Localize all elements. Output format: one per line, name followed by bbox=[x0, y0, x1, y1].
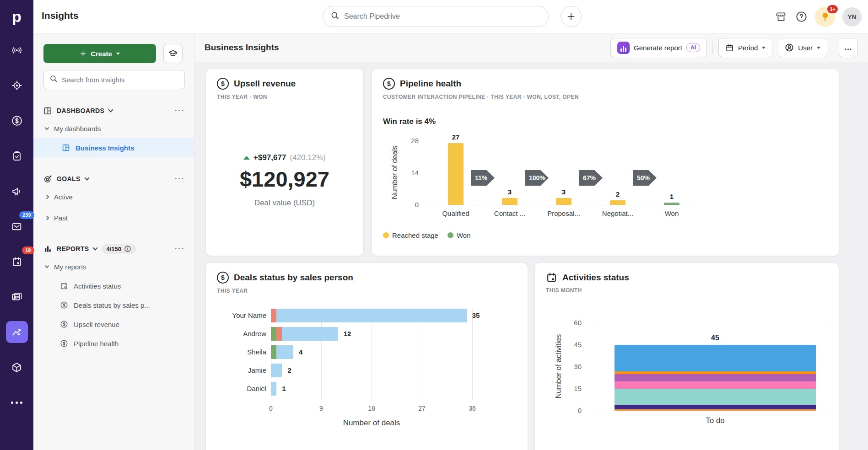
sidebar-item-business-insights[interactable]: Business Insights bbox=[33, 138, 194, 157]
contacts-icon[interactable] bbox=[6, 286, 28, 308]
card-title[interactable]: Deals status by sales person bbox=[234, 273, 353, 283]
create-button[interactable]: Create bbox=[43, 44, 156, 63]
pipedrive-logo[interactable]: p bbox=[0, 0, 33, 33]
bar-total: 4 bbox=[299, 345, 302, 359]
x-category-label: Proposal... bbox=[537, 209, 591, 217]
goals-menu-icon[interactable]: ··· bbox=[175, 175, 185, 183]
sidebar-item-upsell-revenue[interactable]: Upsell revenue bbox=[43, 315, 185, 334]
sidebar-item-deals-status[interactable]: Deals status by sales p... bbox=[43, 295, 185, 315]
academy-button[interactable] bbox=[163, 44, 183, 63]
x-tick: 0 bbox=[262, 405, 280, 412]
currency-icon: $ bbox=[217, 78, 229, 90]
card-filters: THIS YEAR · WON bbox=[217, 94, 352, 100]
kpi-caption: Deal value (USD) bbox=[217, 198, 352, 208]
card-title[interactable]: Pipeline health bbox=[400, 79, 461, 89]
card-title[interactable]: Activities status bbox=[562, 273, 629, 283]
y-axis-label: Number of activities bbox=[555, 330, 563, 403]
bar-total: 35 bbox=[472, 309, 480, 322]
x-tick: 27 bbox=[413, 405, 431, 412]
funnel-bar-Negotiat...[interactable] bbox=[610, 200, 625, 205]
stack-segment[interactable] bbox=[615, 345, 816, 371]
funnel-bar-Qualified[interactable] bbox=[448, 143, 464, 205]
card-activities-status: Activities status THIS MONTH Number of a… bbox=[534, 262, 839, 450]
stack-segment[interactable] bbox=[615, 381, 816, 389]
funnel-bar-Proposal...[interactable] bbox=[556, 198, 571, 205]
my-dashboards-group[interactable]: My dashboards bbox=[43, 119, 185, 138]
avatar[interactable]: YN bbox=[842, 7, 862, 27]
reports-label: REPORTS bbox=[57, 245, 89, 252]
bar-total: 1 bbox=[282, 382, 286, 396]
x-tick: 36 bbox=[463, 405, 481, 412]
deals-currency-icon[interactable] bbox=[6, 110, 28, 132]
reports-count-pill[interactable]: 4/150 bbox=[102, 244, 136, 254]
currency-icon bbox=[60, 301, 68, 309]
insights-search[interactable] bbox=[43, 70, 185, 89]
mail-icon[interactable]: 239 bbox=[6, 215, 28, 237]
x-axis-label: Number of deals bbox=[271, 418, 472, 428]
rail-more-icon[interactable] bbox=[6, 391, 28, 413]
deals-bar-Jamie[interactable] bbox=[271, 364, 282, 377]
card-title[interactable]: Upsell revenue bbox=[234, 79, 296, 89]
topbar: Insights 1+ YN bbox=[33, 0, 868, 33]
suggestions-bulb-icon[interactable]: 1+ bbox=[815, 7, 835, 27]
search-icon bbox=[49, 75, 58, 85]
help-icon[interactable] bbox=[795, 11, 808, 23]
goals-active-group[interactable]: Active bbox=[43, 187, 185, 206]
bar-segment bbox=[271, 382, 276, 396]
x-category-label: Negotiat... bbox=[591, 209, 645, 217]
my-dashboards-label: My dashboards bbox=[54, 125, 101, 133]
clipboard-check-icon[interactable] bbox=[6, 145, 28, 167]
deals-bar-Andrew[interactable] bbox=[271, 327, 338, 341]
sidebar-item-activities-status[interactable]: Activities status bbox=[43, 276, 185, 295]
my-reports-group[interactable]: My reports bbox=[43, 257, 185, 276]
dashboards-menu-icon[interactable]: ··· bbox=[175, 107, 185, 115]
gridline bbox=[429, 173, 699, 173]
legend-item-won[interactable]: Won bbox=[447, 231, 471, 239]
stack-segment[interactable] bbox=[615, 374, 816, 381]
gridline bbox=[592, 323, 830, 323]
deals-bar-Daniel[interactable] bbox=[271, 382, 276, 396]
section-reports[interactable]: REPORTS 4/150 ··· bbox=[43, 242, 185, 255]
sidebar-item-pipeline-health[interactable]: Pipeline health bbox=[43, 334, 185, 353]
bar-segment bbox=[271, 345, 276, 359]
goals-past-group[interactable]: Past bbox=[43, 208, 185, 227]
broadcast-icon[interactable] bbox=[6, 39, 28, 61]
global-search-input[interactable] bbox=[344, 12, 541, 21]
legend-item-reached-stage[interactable]: Reached stage bbox=[383, 231, 438, 239]
crosshair-icon[interactable] bbox=[6, 75, 28, 96]
quick-add-button[interactable] bbox=[561, 6, 582, 27]
section-dashboards[interactable]: DASHBOARDS ··· bbox=[43, 104, 185, 117]
dashboards-label: DASHBOARDS bbox=[57, 107, 104, 114]
gridline bbox=[372, 309, 372, 400]
gridline bbox=[592, 411, 830, 411]
info-icon bbox=[124, 245, 131, 252]
dashboard-more-button[interactable]: ... bbox=[839, 38, 858, 57]
section-goals[interactable]: GOALS ··· bbox=[43, 172, 185, 185]
megaphone-icon[interactable] bbox=[6, 180, 28, 202]
marketplace-icon[interactable] bbox=[775, 11, 787, 23]
insights-search-input[interactable] bbox=[62, 76, 179, 84]
calendar-icon[interactable]: 19 bbox=[6, 251, 28, 273]
stack-segment[interactable] bbox=[615, 405, 816, 409]
row-label: Jamie bbox=[217, 364, 266, 377]
period-filter-button[interactable]: Period bbox=[718, 38, 772, 57]
dashboard-content: $ Upsell revenue THIS YEAR · WON +$97,67… bbox=[194, 62, 868, 450]
insights-icon[interactable] bbox=[6, 321, 28, 343]
stack-segment[interactable] bbox=[615, 389, 816, 405]
user-filter-button[interactable]: User bbox=[778, 38, 827, 57]
deals-bar-Sheila[interactable] bbox=[271, 345, 293, 359]
products-cube-icon[interactable] bbox=[6, 356, 28, 378]
global-search[interactable] bbox=[323, 6, 549, 27]
reports-menu-icon[interactable]: ··· bbox=[175, 245, 185, 253]
stack-segment[interactable] bbox=[615, 371, 816, 374]
generate-report-button[interactable]: Generate report AI bbox=[610, 38, 707, 57]
legend-dot bbox=[383, 232, 389, 238]
deals-chart: 09182736Your Name35Andrew12Sheila4Jamie2… bbox=[217, 309, 517, 437]
bar-segment bbox=[282, 327, 338, 341]
divider bbox=[833, 41, 833, 54]
y-tick: 15 bbox=[566, 385, 582, 392]
funnel-bar-Won[interactable] bbox=[664, 203, 679, 205]
funnel-bar-Contact ...[interactable] bbox=[502, 198, 518, 205]
stack-segment[interactable] bbox=[615, 409, 816, 411]
deals-bar-Your Name[interactable] bbox=[271, 309, 467, 322]
